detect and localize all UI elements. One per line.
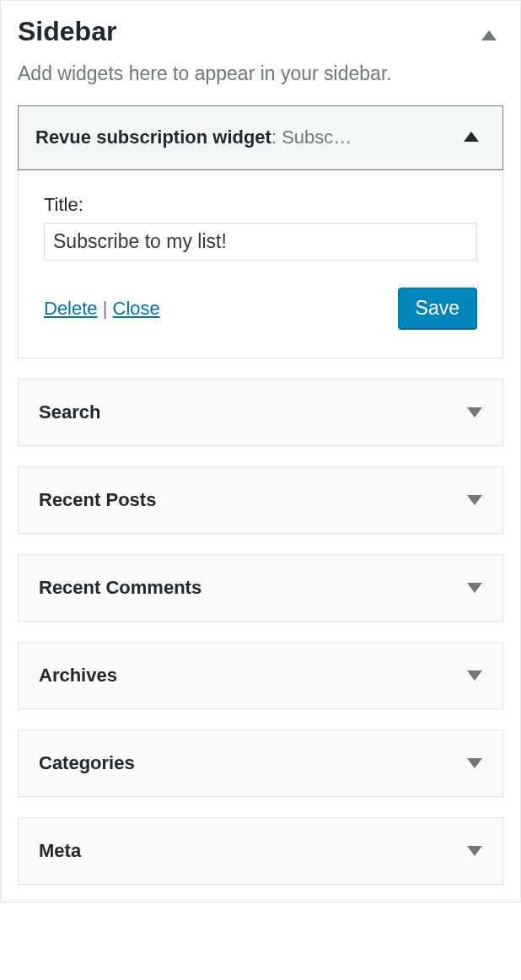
panel-toggle[interactable] <box>475 22 503 51</box>
control-links: Delete | Close <box>44 298 160 320</box>
chevron-down-icon <box>467 407 482 417</box>
widget-recent-comments[interactable]: Recent Comments <box>18 554 503 622</box>
widget-title: Meta <box>39 840 81 862</box>
panel-header: Sidebar <box>18 1 503 54</box>
link-separator: | <box>98 298 113 319</box>
widget-search[interactable]: Search <box>18 379 503 446</box>
chevron-down-icon <box>467 846 482 856</box>
widget-title-row: Revue subscription widget: Subsc… <box>35 127 457 148</box>
chevron-down-icon <box>467 583 482 593</box>
chevron-down-icon <box>467 670 482 681</box>
widget-title: Search <box>39 401 100 423</box>
widget-title: Categories <box>39 752 135 774</box>
widget-recent-posts[interactable]: Recent Posts <box>18 466 503 534</box>
title-input[interactable] <box>44 223 477 261</box>
chevron-down-icon <box>467 495 482 505</box>
widget-controls: Delete | Close Save <box>44 288 477 329</box>
chevron-up-icon <box>464 132 479 142</box>
widget-meta[interactable]: Meta <box>18 817 503 885</box>
widget-revue-subscription: Revue subscription widget: Subsc… <box>18 105 503 170</box>
widget-header[interactable]: Revue subscription widget: Subsc… <box>19 106 502 170</box>
widget-toggle[interactable] <box>457 123 486 152</box>
delete-link[interactable]: Delete <box>44 298 98 319</box>
panel-description: Add widgets here to appear in your sideb… <box>18 61 503 87</box>
panel-title: Sidebar <box>18 16 116 47</box>
chevron-down-icon <box>467 758 482 768</box>
close-link[interactable]: Close <box>113 298 160 319</box>
sidebar-widget-area: Sidebar Add widgets here to appear in yo… <box>0 0 521 902</box>
widget-archives[interactable]: Archives <box>18 642 503 709</box>
chevron-up-icon <box>481 30 497 40</box>
widget-inline-desc: : Subsc… <box>271 127 352 148</box>
widget-title: Recent Posts <box>39 489 156 511</box>
widget-title: Recent Comments <box>39 577 201 599</box>
widget-body: Title: Delete | Close Save <box>19 170 502 351</box>
widget-categories[interactable]: Categories <box>18 730 503 797</box>
title-field-label: Title: <box>44 194 477 216</box>
widget-body-wrap: Title: Delete | Close Save <box>18 170 503 358</box>
widget-name: Revue subscription widget <box>35 127 271 148</box>
widget-title: Archives <box>39 665 117 687</box>
save-button[interactable]: Save <box>398 288 477 329</box>
